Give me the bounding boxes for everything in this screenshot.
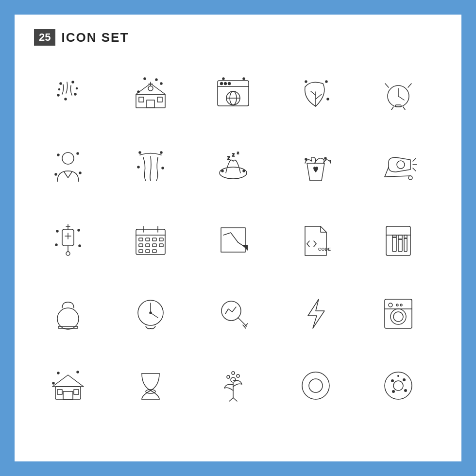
svg-rect-9 (147, 100, 154, 108)
svg-point-2 (57, 94, 59, 96)
waterfall-icon (117, 133, 185, 201)
svg-point-34 (327, 98, 329, 100)
calendar-icon (117, 206, 185, 274)
svg-line-100 (314, 241, 316, 244)
cosmetics-icon (364, 206, 432, 274)
svg-line-64 (413, 158, 416, 161)
svg-rect-94 (153, 250, 156, 253)
svg-line-118 (238, 318, 247, 326)
kettlebell-icon (34, 279, 102, 347)
alarm-clock-icon (364, 60, 432, 128)
svg-point-67 (408, 176, 412, 180)
svg-point-141 (231, 377, 236, 382)
svg-rect-129 (55, 387, 81, 399)
svg-point-116 (150, 312, 152, 314)
svg-text:z: z (227, 154, 230, 161)
svg-rect-106 (398, 239, 402, 252)
svg-line-63 (385, 167, 389, 177)
svg-rect-91 (159, 244, 163, 247)
svg-point-54 (220, 167, 247, 179)
svg-point-142 (227, 375, 230, 378)
search-analytics-icon (199, 279, 267, 347)
svg-line-145 (229, 398, 233, 401)
svg-point-59 (243, 170, 245, 172)
svg-line-44 (64, 172, 68, 178)
svg-line-66 (413, 168, 416, 171)
svg-point-50 (139, 152, 141, 153)
svg-point-58 (221, 170, 223, 172)
svg-point-18 (160, 83, 162, 85)
svg-rect-107 (404, 238, 407, 252)
popcorn-heart-icon (282, 133, 350, 201)
svg-rect-85 (146, 238, 150, 241)
svg-rect-42 (395, 105, 401, 107)
svg-point-33 (305, 81, 307, 83)
svg-point-28 (243, 78, 245, 80)
svg-point-136 (52, 382, 54, 384)
header-number: 25 (34, 29, 55, 46)
temple-icon (34, 352, 102, 420)
svg-line-38 (385, 84, 389, 87)
lightning-icon (282, 279, 350, 347)
svg-point-126 (396, 304, 398, 306)
svg-point-60 (305, 158, 307, 160)
svg-point-154 (392, 390, 395, 393)
svg-line-98 (307, 241, 309, 244)
icon-grid: z z z (34, 60, 442, 420)
svg-line-30 (316, 94, 322, 99)
svg-point-53 (162, 167, 164, 169)
svg-marker-121 (308, 299, 324, 328)
svg-line-68 (385, 176, 410, 177)
svg-point-151 (391, 379, 394, 382)
svg-rect-92 (139, 250, 143, 253)
svg-rect-89 (146, 244, 150, 247)
svg-marker-130 (52, 375, 84, 387)
iv-bag-icon (34, 206, 102, 274)
svg-point-24 (221, 83, 223, 85)
svg-line-39 (408, 84, 411, 87)
svg-line-146 (233, 398, 237, 401)
priest-icon (34, 133, 102, 201)
svg-rect-87 (159, 238, 163, 241)
svg-rect-80 (136, 229, 165, 255)
svg-point-26 (228, 83, 231, 85)
svg-line-99 (307, 244, 309, 247)
svg-line-37 (398, 96, 404, 100)
svg-point-143 (237, 374, 239, 377)
svg-point-150 (393, 381, 403, 391)
code-file-icon: CODE (282, 206, 350, 274)
svg-point-77 (78, 229, 80, 231)
pizza-icon (364, 352, 432, 420)
svg-point-27 (222, 78, 224, 80)
svg-rect-133 (74, 390, 79, 394)
svg-marker-95 (221, 228, 245, 252)
svg-rect-93 (146, 250, 150, 253)
svg-point-25 (224, 83, 227, 85)
svg-point-76 (56, 230, 58, 232)
svg-rect-7 (136, 94, 165, 108)
svg-point-1 (72, 81, 74, 83)
svg-point-0 (60, 83, 62, 85)
svg-point-47 (77, 153, 79, 154)
svg-rect-108 (392, 235, 396, 238)
svg-point-125 (389, 303, 392, 307)
police-station-icon (117, 60, 185, 128)
svg-point-51 (160, 152, 162, 153)
svg-point-61 (324, 157, 326, 159)
svg-point-48 (55, 173, 57, 175)
svg-point-46 (57, 154, 59, 156)
svg-rect-131 (63, 391, 73, 399)
svg-text:z: z (232, 152, 235, 157)
sleeping-flowers-icon: z z z (199, 133, 267, 201)
svg-rect-86 (153, 238, 156, 241)
svg-point-3 (74, 93, 76, 95)
svg-point-43 (62, 153, 74, 164)
svg-line-41 (403, 107, 405, 110)
svg-rect-88 (139, 244, 143, 247)
svg-marker-97 (242, 245, 248, 251)
leaf-icon (282, 60, 350, 128)
card: 25 ICON SET (15, 15, 461, 461)
svg-point-52 (137, 166, 139, 168)
svg-point-78 (55, 244, 57, 246)
svg-point-12 (148, 86, 153, 91)
